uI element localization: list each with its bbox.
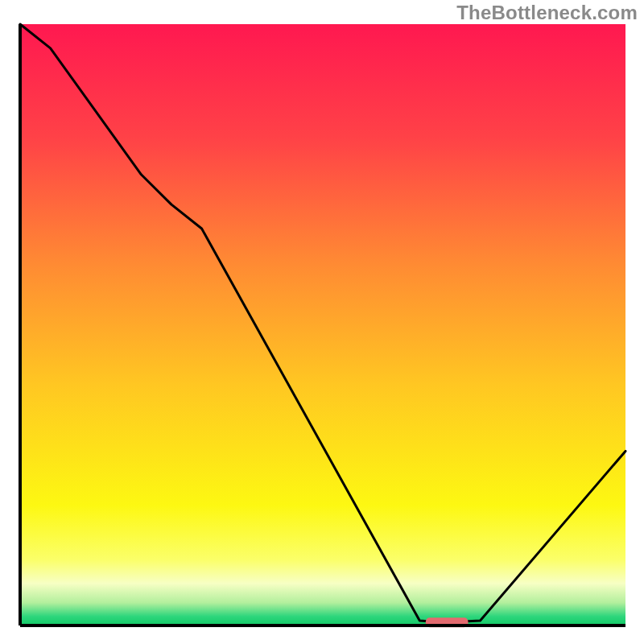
plot-background bbox=[20, 24, 625, 625]
chart-container: TheBottleneck.com bbox=[0, 0, 644, 644]
watermark-text: TheBottleneck.com bbox=[456, 2, 638, 24]
bottleneck-chart bbox=[0, 0, 644, 644]
